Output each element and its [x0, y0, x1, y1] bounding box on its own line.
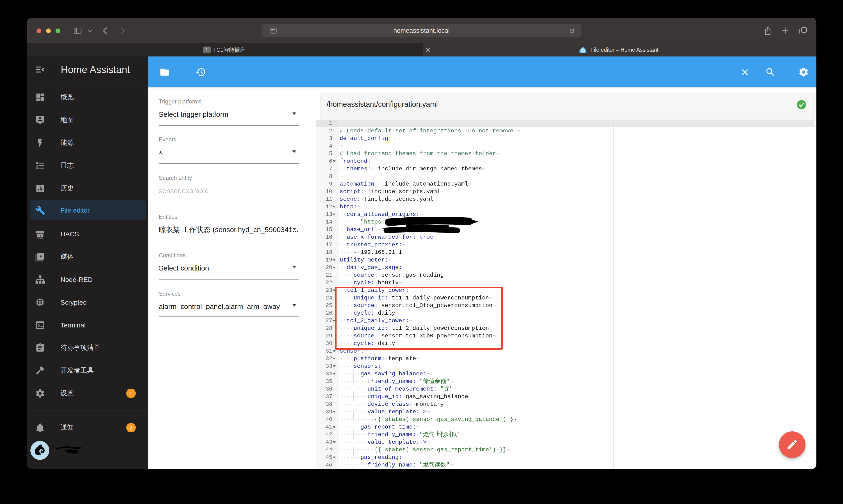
svg-text:HACS: HACS [37, 236, 43, 239]
